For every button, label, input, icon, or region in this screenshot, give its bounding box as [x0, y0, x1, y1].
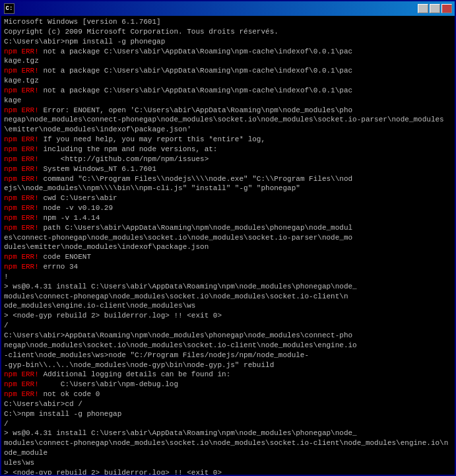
console-line: modules\connect-phonegap\node_modules\so…: [4, 292, 452, 302]
close-button[interactable]: [441, 4, 452, 13]
console-line: npm ERR! not a package C:\Users\abir\App…: [4, 86, 452, 96]
console-line: npm ERR! path C:\Users\abir\AppData\Roam…: [4, 223, 452, 233]
console-line: npm ERR! errno 34: [4, 262, 452, 272]
title-bar: C:: [1, 1, 455, 16]
cmd-window: C: Microsoft Windows [version 6.1.7601]C…: [0, 0, 456, 476]
console-output[interactable]: Microsoft Windows [version 6.1.7601]Copy…: [1, 16, 455, 475]
console-line: ode_modules\engine.io-client\node_module…: [4, 301, 452, 311]
console-line: npm ERR! not a package C:\Users\abir\App…: [4, 47, 452, 57]
console-line: > <node-gyp rebuild 2> builderror.log> !…: [4, 468, 452, 475]
console-line: dules\emitter\node_modules\indexof\packa…: [4, 242, 452, 252]
console-line: negap\node_modules\connect-phonegap\node…: [4, 115, 452, 135]
console-line: /: [4, 419, 452, 429]
console-line: npm ERR! Error: ENOENT, open 'C:\Users\a…: [4, 106, 452, 116]
console-line: npm ERR! cwd C:\Users\abir: [4, 193, 452, 203]
console-line: npm ERR! System Windows_NT 6.1.7601: [4, 164, 452, 174]
console-line: > <node-gyp rebuild 2> builderror.log> !…: [4, 311, 452, 321]
console-line: > ws@0.4.31 install C:\Users\abir\AppDat…: [4, 428, 452, 438]
console-line: npm ERR! C:\Users\abir\npm-debug.log: [4, 380, 452, 390]
console-line: npm ERR! command "C:\\Program Files\\nod…: [4, 174, 452, 184]
console-line: Copyright (c) 2009 Microsoft Corporation…: [4, 27, 452, 37]
maximize-button[interactable]: [430, 4, 440, 13]
console-line: npm ERR! code ENOENT: [4, 252, 452, 262]
console-line: npm ERR! including the npm and node vers…: [4, 145, 452, 154]
console-area: Microsoft Windows [version 6.1.7601]Copy…: [1, 16, 455, 475]
console-line: kage.tgz: [4, 56, 452, 66]
console-line: npm ERR! not a package C:\Users\abir\App…: [4, 66, 452, 76]
console-line: npm ERR! not ok code 0: [4, 390, 452, 399]
console-line: npm ERR! node -v v0.10.29: [4, 203, 452, 213]
console-line: C:\Users\abir>AppData\Roaming\npm\node_m…: [4, 331, 452, 341]
console-line: kage.tgz: [4, 76, 452, 86]
console-line: Microsoft Windows [version 6.1.7601]: [4, 17, 452, 27]
console-line: ules\ws: [4, 458, 452, 468]
console-line: kage: [4, 96, 452, 106]
console-line: npm ERR! Additional logging details can …: [4, 370, 452, 380]
console-line: > ws@0.4.31 install C:\Users\abir\AppDat…: [4, 282, 452, 292]
console-line: C:\>npm install -g phonegap: [4, 409, 452, 419]
console-line: npm ERR! npm -v 1.4.14: [4, 213, 452, 223]
console-line: ejs\\node_modules\\npm\\\\bin\\npm-cli.j…: [4, 184, 452, 193]
window-icon: C:: [4, 3, 15, 14]
console-line: !: [4, 272, 452, 282]
console-line: negap\node_modules\socket.io\node_module…: [4, 341, 452, 351]
console-line: -client\node_modules\ws>node "C:/Program…: [4, 351, 452, 360]
minimize-button[interactable]: [418, 4, 428, 13]
console-line: modules\connect-phonegap\node_modules\so…: [4, 438, 452, 458]
console-line: C:\Users\abir>cd /: [4, 399, 452, 409]
title-bar-buttons: [418, 4, 452, 13]
title-bar-left: C:: [4, 3, 17, 14]
console-line: /: [4, 321, 452, 331]
console-line: es\connect-phonegap\node_modules\socket.…: [4, 233, 452, 243]
console-line: npm ERR! If you need help, you may repor…: [4, 135, 452, 145]
console-line: npm ERR! <http://github.com/npm/npm/issu…: [4, 154, 452, 164]
console-line: C:\Users\abir>npm install -g phonegap: [4, 37, 452, 47]
console-line: -gyp-bin\\..\..\node_modules\node-gyp\bi…: [4, 360, 452, 370]
